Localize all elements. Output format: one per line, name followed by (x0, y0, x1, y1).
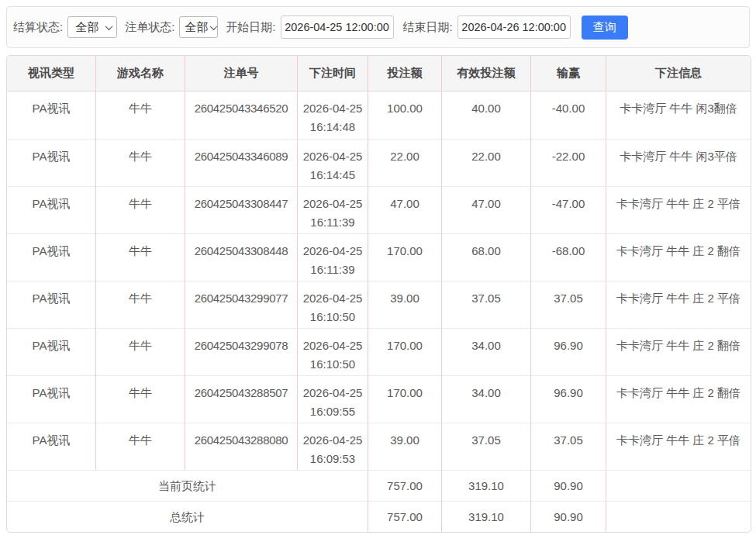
page-total-row: 当前页统计 757.00 319.10 90.90 (7, 470, 751, 501)
cell-bet-amount: 170.00 (368, 233, 441, 281)
page-total-label: 当前页统计 (7, 470, 368, 501)
cell-win-loss: -47.00 (530, 186, 606, 233)
start-date-input[interactable] (281, 16, 394, 39)
cell-game-name: 牛牛 (95, 233, 185, 281)
grand-total-row: 总统计 757.00 319.10 90.90 (7, 501, 751, 532)
cell-win-loss: -68.00 (530, 233, 606, 281)
bet-records-table: 视讯类型游戏名称注单号下注时间投注额有效投注额输赢下注信息 PA视讯牛牛2604… (6, 55, 751, 533)
cell-win-loss: 37.05 (530, 281, 606, 328)
cell-bet-info: 卡卡湾厅 牛牛 庄 2 平倍 (606, 423, 751, 470)
cell-bet-id: 260425043346089 (185, 139, 297, 186)
page: 结算状态: 全部 注单状态: 全部 开始日期: 结束日期: 查询 视讯类型游戏名… (0, 0, 756, 535)
cell-video-type: PA视讯 (7, 423, 95, 470)
cell-bet-info: 卡卡湾厅 牛牛 庄 2 翻倍 (606, 233, 751, 281)
grand-total-bet-info (606, 501, 751, 532)
cell-bet-id: 260425043299078 (185, 328, 297, 375)
settle-status-label: 结算状态: (13, 20, 63, 35)
page-total-bet-amount: 757.00 (368, 470, 441, 501)
cell-game-name: 牛牛 (95, 139, 185, 186)
cell-bet-id: 260425043288507 (185, 375, 297, 423)
table-body: PA视讯牛牛2604250433465202026-04-25 16:14:48… (7, 91, 751, 470)
cell-bet-time: 2026-04-25 16:11:39 (297, 186, 368, 233)
cell-win-loss: -22.00 (530, 139, 606, 186)
cell-bet-amount: 22.00 (368, 139, 441, 186)
table-row: PA视讯牛牛2604250432990772026-04-25 16:10:50… (7, 281, 751, 328)
chevron-down-icon (105, 22, 113, 30)
page-total-valid-bet-amount: 319.10 (441, 470, 530, 501)
column-header-bet-info: 下注信息 (606, 56, 751, 91)
cell-valid-bet-amount: 68.00 (441, 233, 530, 281)
cell-bet-id: 260425043346520 (185, 91, 297, 139)
cell-game-name: 牛牛 (95, 423, 185, 470)
cell-bet-time: 2026-04-25 16:11:39 (297, 233, 368, 281)
cell-bet-info: 卡卡湾厅 牛牛 闲3平倍 (606, 139, 751, 186)
table-row: PA视讯牛牛2604250432990782026-04-25 16:10:50… (7, 328, 751, 375)
start-date-label: 开始日期: (226, 20, 275, 35)
column-header-bet-id: 注单号 (185, 56, 297, 91)
table-row: PA视讯牛牛2604250432885072026-04-25 16:09:55… (7, 375, 751, 423)
column-header-bet-amount: 投注额 (368, 56, 441, 91)
settle-status-select[interactable]: 全部 (67, 16, 117, 38)
column-header-valid-bet-amount: 有效投注额 (441, 56, 530, 91)
page-total-win-loss: 90.90 (530, 470, 606, 501)
cell-game-name: 牛牛 (95, 375, 185, 423)
cell-bet-info: 卡卡湾厅 牛牛 庄 2 翻倍 (606, 328, 751, 375)
cell-bet-info: 卡卡湾厅 牛牛 庄 2 平倍 (606, 186, 751, 233)
cell-bet-time: 2026-04-25 16:14:45 (297, 139, 368, 186)
cell-bet-id: 260425043308448 (185, 233, 297, 281)
cell-win-loss: -40.00 (530, 91, 606, 139)
bet-status-label: 注单状态: (125, 20, 174, 35)
cell-video-type: PA视讯 (7, 233, 95, 281)
cell-video-type: PA视讯 (7, 91, 95, 139)
end-date-label: 结束日期: (403, 20, 453, 35)
cell-win-loss: 96.90 (530, 328, 606, 375)
cell-valid-bet-amount: 37.05 (441, 423, 530, 470)
table-row: PA视讯牛牛2604250433084472026-04-25 16:11:39… (7, 186, 751, 233)
cell-valid-bet-amount: 34.00 (441, 375, 530, 423)
cell-bet-time: 2026-04-25 16:09:53 (297, 423, 368, 470)
cell-video-type: PA视讯 (7, 139, 95, 186)
grand-total-label: 总统计 (7, 501, 368, 532)
cell-bet-time: 2026-04-25 16:14:48 (297, 91, 368, 139)
cell-bet-amount: 39.00 (368, 281, 441, 328)
table-row: PA视讯牛牛2604250433460892026-04-25 16:14:45… (7, 139, 751, 186)
cell-bet-time: 2026-04-25 16:09:55 (297, 375, 368, 423)
cell-valid-bet-amount: 22.00 (441, 139, 530, 186)
table-row: PA视讯牛牛2604250433084482026-04-25 16:11:39… (7, 233, 751, 281)
cell-video-type: PA视讯 (7, 328, 95, 375)
cell-bet-time: 2026-04-25 16:10:50 (297, 328, 368, 375)
cell-game-name: 牛牛 (95, 186, 185, 233)
cell-bet-amount: 39.00 (368, 423, 441, 470)
cell-video-type: PA视讯 (7, 375, 95, 423)
column-header-video-type: 视讯类型 (7, 56, 95, 91)
grand-total-valid-bet-amount: 319.10 (441, 501, 530, 532)
settle-status-value: 全部 (75, 20, 98, 35)
grand-total-bet-amount: 757.00 (368, 501, 441, 532)
column-header-win-loss: 输赢 (530, 56, 606, 91)
cell-valid-bet-amount: 37.05 (441, 281, 530, 328)
cell-bet-amount: 170.00 (368, 375, 441, 423)
cell-win-loss: 96.90 (530, 375, 606, 423)
filter-bar: 结算状态: 全部 注单状态: 全部 开始日期: 结束日期: 查询 (6, 6, 750, 48)
cell-bet-id: 260425043308447 (185, 186, 297, 233)
cell-game-name: 牛牛 (95, 328, 185, 375)
cell-game-name: 牛牛 (95, 91, 185, 139)
cell-bet-info: 卡卡湾厅 牛牛 闲3翻倍 (606, 91, 751, 139)
cell-bet-info: 卡卡湾厅 牛牛 庄 2 翻倍 (606, 375, 751, 423)
cell-bet-time: 2026-04-25 16:10:50 (297, 281, 368, 328)
bet-status-select[interactable]: 全部 (179, 16, 218, 38)
page-total-bet-info (606, 470, 751, 501)
table-row: PA视讯牛牛2604250433465202026-04-25 16:14:48… (7, 91, 751, 139)
table-row: PA视讯牛牛2604250432880802026-04-25 16:09:53… (7, 423, 751, 470)
bet-status-value: 全部 (185, 20, 208, 35)
query-button[interactable]: 查询 (582, 16, 628, 40)
cell-bet-info: 卡卡湾厅 牛牛 庄 2 平倍 (606, 281, 751, 328)
cell-video-type: PA视讯 (7, 281, 95, 328)
end-date-input[interactable] (457, 16, 571, 39)
chevron-down-icon (210, 22, 218, 30)
column-header-bet-time: 下注时间 (297, 56, 368, 91)
cell-bet-amount: 47.00 (368, 186, 441, 233)
cell-bet-amount: 100.00 (368, 91, 441, 139)
column-header-game-name: 游戏名称 (95, 56, 185, 91)
cell-valid-bet-amount: 40.00 (441, 91, 530, 139)
